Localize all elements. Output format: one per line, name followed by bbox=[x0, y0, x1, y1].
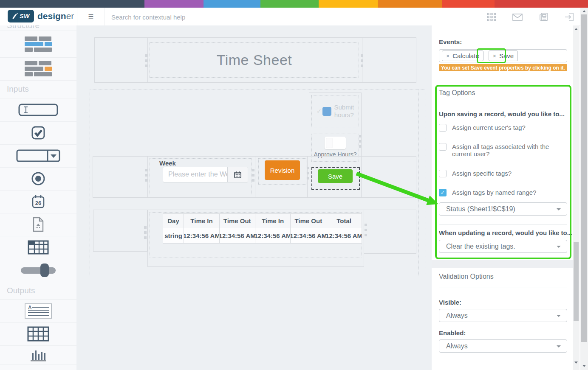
sidebar-item-file-upload[interactable] bbox=[0, 213, 76, 236]
stripe-green bbox=[260, 0, 319, 8]
sidebar-item-chart[interactable] bbox=[0, 345, 76, 364]
section-divider bbox=[432, 83, 573, 83]
table-row-right-cell[interactable] bbox=[364, 210, 416, 254]
option-assign-by-named-range[interactable]: ✓ Assign tags by named range? bbox=[439, 189, 560, 196]
resize-handles[interactable] bbox=[144, 226, 147, 239]
window-scrollbar-thumb[interactable] bbox=[581, 14, 587, 342]
week-date-input[interactable] bbox=[163, 167, 227, 181]
visible-dropdown[interactable]: Always bbox=[439, 309, 567, 322]
calendar-picker-button[interactable] bbox=[227, 167, 248, 182]
update-behavior-dropdown[interactable]: Clear the existing tags. bbox=[439, 240, 567, 253]
sidebar-item-datepicker[interactable]: 26 bbox=[0, 190, 76, 213]
panel-scroll-up-button[interactable] bbox=[573, 26, 580, 31]
timesheet-table-clip: Day Time In Time Out Time In Time Out To… bbox=[163, 213, 362, 244]
mail-icon[interactable] bbox=[512, 11, 523, 22]
tag-options-title: Tag Options bbox=[439, 89, 475, 97]
resize-handles[interactable] bbox=[361, 54, 363, 67]
calendar-icon bbox=[234, 171, 241, 178]
sidebar-item-output-grid[interactable] bbox=[0, 322, 76, 346]
logo-sw-text: SW bbox=[20, 13, 30, 20]
week-label: Week bbox=[159, 160, 176, 167]
text-output-icon: A bbox=[24, 303, 52, 319]
table-cell: string bbox=[163, 228, 184, 244]
enabled-dropdown[interactable]: Always bbox=[439, 339, 567, 353]
stripe-blue bbox=[204, 0, 260, 8]
visible-label: Visible: bbox=[439, 299, 461, 306]
update-behavior-value: Clear the existing tags. bbox=[446, 243, 515, 250]
checkbox-checked[interactable]: ✓ bbox=[439, 189, 447, 196]
sidebar-section-outputs: Outputs bbox=[0, 282, 76, 300]
table-cell: 12:34:56 AM bbox=[326, 228, 362, 244]
events-tag-input[interactable]: ×Calculate ×Save bbox=[439, 49, 567, 62]
bar-chart-icon bbox=[30, 347, 47, 362]
event-tag-save[interactable]: ×Save bbox=[489, 50, 518, 61]
design-canvas[interactable]: Time Sheet ✓ Submithours? Approve Hours?… bbox=[76, 25, 432, 370]
apps-grid-icon[interactable] bbox=[486, 11, 497, 22]
option-label: Assign specific tags? bbox=[452, 170, 560, 177]
save-question-label: Upon saving a record, would you like to.… bbox=[439, 110, 565, 118]
slider-icon bbox=[20, 263, 57, 278]
option-assign-current-user-tag[interactable]: Assign current user's tag? bbox=[439, 124, 560, 132]
sidebar-item-structure-row-blue[interactable] bbox=[0, 31, 76, 58]
remove-tag-icon[interactable]: × bbox=[446, 53, 449, 59]
submit-hours-widget[interactable]: ✓ Submithours? bbox=[311, 95, 359, 127]
enabled-label: Enabled: bbox=[439, 329, 466, 336]
tag-options-divider bbox=[439, 105, 567, 105]
stripe-slate bbox=[0, 0, 144, 8]
form-title-text: Time Sheet bbox=[217, 52, 292, 68]
sidebar-item-checkbox[interactable] bbox=[0, 121, 76, 145]
remove-tag-icon[interactable]: × bbox=[493, 53, 496, 59]
sidebar-item-textbox[interactable] bbox=[0, 98, 76, 122]
named-range-value: Status (Sheet1!$C$19) bbox=[446, 205, 515, 213]
sign-out-icon[interactable] bbox=[564, 11, 575, 22]
output-grid-icon bbox=[27, 326, 49, 342]
table-cell: 12:34:56 AM bbox=[291, 228, 326, 244]
named-range-dropdown[interactable]: Status (Sheet1!$C$19) bbox=[439, 202, 567, 216]
approve-hours-toggle[interactable] bbox=[325, 137, 346, 149]
revision-button[interactable]: Revision bbox=[265, 160, 300, 180]
resize-handles[interactable] bbox=[365, 224, 367, 236]
tag-options-divider2 bbox=[439, 224, 567, 225]
resize-handles[interactable] bbox=[307, 167, 309, 179]
panel-scroll-down-button[interactable] bbox=[573, 360, 580, 365]
sidebar-item-text-output[interactable]: A bbox=[0, 300, 76, 323]
resize-handles[interactable] bbox=[145, 54, 147, 67]
form-title-widget[interactable]: Time Sheet bbox=[150, 42, 359, 78]
validation-options-title: Validation Options bbox=[439, 273, 494, 280]
sidebar-item-dropdown[interactable] bbox=[0, 144, 76, 168]
option-assign-specific-tags[interactable]: Assign specific tags? bbox=[439, 170, 560, 177]
stripe-redorange bbox=[442, 0, 495, 8]
search-input[interactable] bbox=[110, 11, 350, 23]
app-header: SW designer ≡ bbox=[0, 8, 588, 26]
panel-scrollbar-thumb[interactable] bbox=[574, 242, 579, 321]
app-logo[interactable]: SW bbox=[8, 10, 34, 22]
timesheet-table[interactable]: Day Time In Time Out Time In Time Out To… bbox=[163, 213, 362, 244]
submit-hours-checkbox[interactable] bbox=[322, 107, 331, 116]
resize-handles[interactable] bbox=[359, 135, 362, 148]
sidebar-item-structure-cell-orange[interactable] bbox=[0, 57, 76, 81]
sidebar-item-slider[interactable] bbox=[0, 259, 76, 282]
event-tag-calculate[interactable]: ×Calculate bbox=[442, 50, 483, 61]
sidebar-item-partial[interactable] bbox=[0, 364, 76, 370]
option-assign-all-tags[interactable]: Assign all tags associated with the curr… bbox=[439, 143, 560, 157]
menu-toggle-button[interactable]: ≡ bbox=[77, 8, 105, 25]
save-event-hint-banner: You can set Save event properties by cli… bbox=[439, 64, 567, 71]
chevron-down-icon bbox=[557, 345, 561, 348]
table-row-left-cell[interactable] bbox=[93, 210, 147, 252]
option-label: Assign all tags associated with the curr… bbox=[452, 143, 560, 157]
week-row-divider1 bbox=[147, 157, 148, 197]
stripe-purple bbox=[144, 0, 204, 8]
checkbox-unchecked[interactable] bbox=[439, 124, 447, 132]
calendar-icon: 26 bbox=[31, 194, 45, 209]
checkbox-unchecked[interactable] bbox=[439, 143, 447, 151]
canvas-week-row[interactable] bbox=[93, 156, 416, 198]
canvas-header-col-divider bbox=[147, 38, 148, 82]
news-icon[interactable] bbox=[538, 11, 549, 22]
sidebar-item-input-grid[interactable] bbox=[0, 236, 76, 259]
sidebar-item-radio[interactable] bbox=[0, 167, 76, 191]
window-scroll-up-button[interactable] bbox=[580, 8, 588, 14]
checkbox-unchecked[interactable] bbox=[439, 170, 447, 177]
window-scroll-down-button[interactable] bbox=[580, 363, 588, 368]
resize-handles[interactable] bbox=[252, 169, 254, 182]
resize-handles[interactable] bbox=[145, 169, 147, 182]
